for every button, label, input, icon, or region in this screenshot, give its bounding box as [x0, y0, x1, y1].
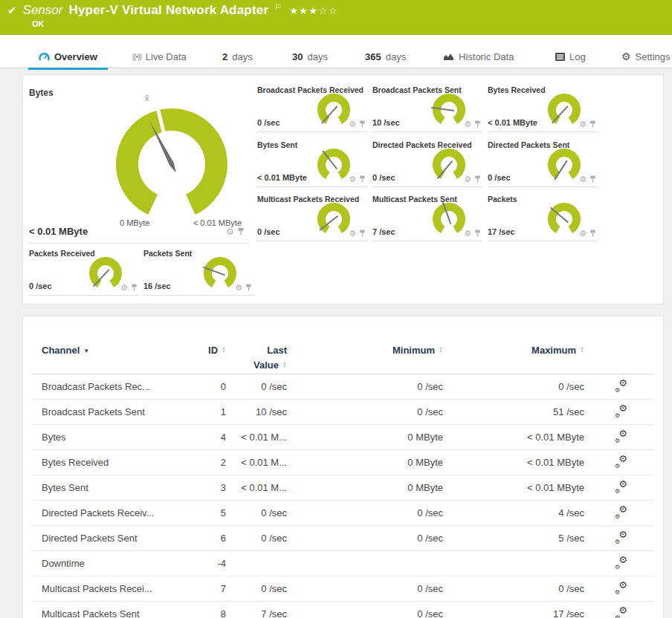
tile-gear-icon[interactable]: ⚙: [579, 175, 587, 183]
gauge-tile[interactable]: Bytes Received < 0.01 MByte ⚙: [488, 83, 598, 132]
channel-name-link[interactable]: Broadcast Packets Sent: [42, 406, 183, 417]
minimum-cell: 0 MByte: [287, 457, 443, 468]
tile-pin-icon[interactable]: [359, 175, 366, 183]
tile-pin-icon[interactable]: [474, 230, 481, 237]
sort-icon: ▲▼: [282, 361, 287, 372]
historic-data-icon: [444, 53, 454, 61]
tile-gear-icon[interactable]: ⚙: [349, 120, 356, 128]
gauge-tile[interactable]: Packets Sent 16 /sec ⚙: [143, 247, 253, 296]
channel-name-link[interactable]: Bytes: [42, 432, 183, 443]
tab-settings[interactable]: ⚙ Settings: [611, 45, 672, 68]
channel-settings-gears-icon[interactable]: ⚙⚙: [614, 380, 629, 392]
tile-gear-icon[interactable]: ⚙: [464, 230, 471, 237]
table-row: Broadcast Packets Rec... 0 0 /sec 0 /sec…: [32, 374, 654, 400]
tab-historic-data[interactable]: Historic Data: [433, 45, 524, 68]
column-label: Minimum: [392, 345, 435, 356]
gauge-tile-bytes[interactable]: Bytes x̄ 0 MByte < 0.01 MByte < 0.01 MBy…: [29, 83, 249, 244]
channel-name-link[interactable]: Multicast Packets Recei...: [42, 583, 183, 594]
tile-pin-icon[interactable]: [359, 230, 366, 237]
column-header-minimum[interactable]: Minimum ▲▼: [287, 345, 443, 356]
tile-pin-icon[interactable]: [245, 284, 252, 291]
mini-gauge: [430, 201, 468, 238]
channel-settings-gears-icon[interactable]: ⚙⚙: [614, 506, 629, 518]
tab-overview[interactable]: Overview: [28, 45, 108, 68]
tile-pin-icon[interactable]: [589, 175, 596, 183]
gauge-tile[interactable]: Multicast Packets Sent 7 /sec ⚙: [372, 192, 482, 241]
channel-settings-gears-icon[interactable]: ⚙⚙: [614, 455, 629, 468]
minimum-cell: 0 /sec: [287, 608, 443, 618]
gauge-max-label: < 0.01 MByte: [193, 218, 242, 227]
channel-name-link[interactable]: Bytes Received: [42, 457, 183, 468]
channel-settings-gears-icon[interactable]: ⚙⚙: [614, 607, 629, 618]
tile-gear-icon[interactable]: ⚙: [579, 230, 587, 237]
tile-pin-icon[interactable]: [474, 175, 481, 183]
channel-name-link[interactable]: Downtime: [42, 558, 183, 569]
channel-settings-gears-icon[interactable]: ⚙⚙: [614, 481, 629, 493]
tile-gear-icon[interactable]: ⚙: [235, 284, 242, 291]
gauge-title: Packets Sent: [143, 249, 192, 258]
tile-pin-icon[interactable]: [589, 120, 596, 128]
tab-live-data[interactable]: ((•)) Live Data: [122, 45, 197, 68]
gauge-tile[interactable]: Broadcast Packets Received 0 /sec ⚙: [257, 83, 367, 132]
table-row: Multicast Packets Recei... 7 0 /sec 0 /s…: [32, 576, 654, 602]
column-header-last-value[interactable]: Last Value ▲▼: [226, 345, 287, 371]
gauge-tile[interactable]: Bytes Sent < 0.01 MByte ⚙: [257, 138, 367, 187]
gauge-current-value: 16 /sec: [143, 282, 171, 290]
gauge-tile[interactable]: Directed Packets Received 0 /sec ⚙: [372, 138, 482, 187]
mini-gauge: [201, 255, 239, 292]
maximum-cell: 0 /sec: [443, 381, 584, 392]
gauge-tile[interactable]: Broadcast Packets Sent 10 /sec ⚙: [372, 83, 482, 132]
tile-gear-icon[interactable]: ⚙: [464, 120, 471, 128]
gauge-tile[interactable]: Multicast Packets Received 0 /sec ⚙: [257, 192, 367, 241]
channel-settings-gears-icon[interactable]: ⚙⚙: [614, 582, 629, 594]
mini-gauge: [315, 146, 352, 183]
channel-settings-gears-icon[interactable]: ⚙⚙: [614, 556, 629, 569]
channel-name-link[interactable]: Multicast Packets Sent: [42, 608, 183, 618]
channel-name-link[interactable]: Bytes Sent: [42, 482, 183, 493]
sort-desc-icon: ▼: [83, 345, 89, 357]
tile-pin-icon[interactable]: [359, 120, 366, 128]
gauge-tile[interactable]: Directed Packets Sent 0 /sec ⚙: [488, 138, 598, 187]
priority-stars[interactable]: ★★★☆☆: [289, 5, 338, 16]
tile-pin-icon[interactable]: [237, 227, 245, 235]
mini-gauge: [315, 201, 352, 238]
tile-gear-icon[interactable]: ⚙: [349, 175, 356, 183]
channel-settings-gears-icon[interactable]: ⚙⚙: [614, 531, 629, 544]
column-label: Channel: [42, 345, 80, 356]
channel-settings-gears-icon[interactable]: ⚙⚙: [614, 405, 629, 417]
column-header-id[interactable]: ID ▲▼: [183, 345, 226, 356]
priority-flag-icon[interactable]: ⚐: [274, 2, 282, 12]
tile-gear-icon[interactable]: ⚙: [226, 228, 234, 235]
tab-30-days[interactable]: 30 days: [282, 45, 338, 68]
last-value-cell: < 0.01 M...: [226, 482, 287, 493]
gauge-current-value: 7 /sec: [372, 227, 395, 236]
tile-gear-icon[interactable]: ⚙: [349, 230, 356, 237]
tab-2-days[interactable]: 2 days: [212, 45, 263, 68]
tile-pin-icon[interactable]: [131, 284, 138, 291]
overview-gauge-icon: [39, 52, 50, 62]
maximum-cell: < 0.01 MByte: [443, 482, 584, 493]
tab-log[interactable]: Log: [545, 45, 596, 68]
sensor-kind-label: Sensor: [23, 3, 63, 18]
gauge-tile[interactable]: Packets Received 0 /sec ⚙: [29, 247, 139, 296]
tile-gear-icon[interactable]: ⚙: [120, 284, 128, 291]
mini-gauge: [430, 146, 468, 183]
tab-365-days[interactable]: 365 days: [355, 45, 416, 68]
tile-gear-icon[interactable]: ⚙: [464, 175, 471, 183]
gauge-title: Bytes: [29, 88, 54, 98]
table-row: Directed Packets Receiv... 5 0 /sec 0 /s…: [32, 501, 654, 526]
column-header-maximum[interactable]: Maximum ▲▼: [443, 345, 584, 356]
channel-name-link[interactable]: Broadcast Packets Rec...: [42, 381, 183, 392]
gauge-tile[interactable]: Packets 17 /sec ⚙: [488, 192, 598, 241]
channel-name-link[interactable]: Directed Packets Sent: [42, 533, 183, 544]
tile-pin-icon[interactable]: [474, 120, 481, 128]
minimum-cell: 0 MByte: [287, 482, 443, 493]
tile-gear-icon[interactable]: ⚙: [579, 120, 587, 128]
channel-id-cell: 0: [183, 381, 226, 392]
gauge-min-label: 0 MByte: [120, 218, 149, 227]
channel-name-link[interactable]: Directed Packets Receiv...: [42, 507, 183, 518]
channel-settings-gears-icon[interactable]: ⚙⚙: [614, 430, 629, 443]
last-value-cell: 0 /sec: [226, 533, 287, 544]
tile-pin-icon[interactable]: [589, 230, 596, 237]
column-header-channel[interactable]: Channel ▼: [42, 345, 183, 356]
